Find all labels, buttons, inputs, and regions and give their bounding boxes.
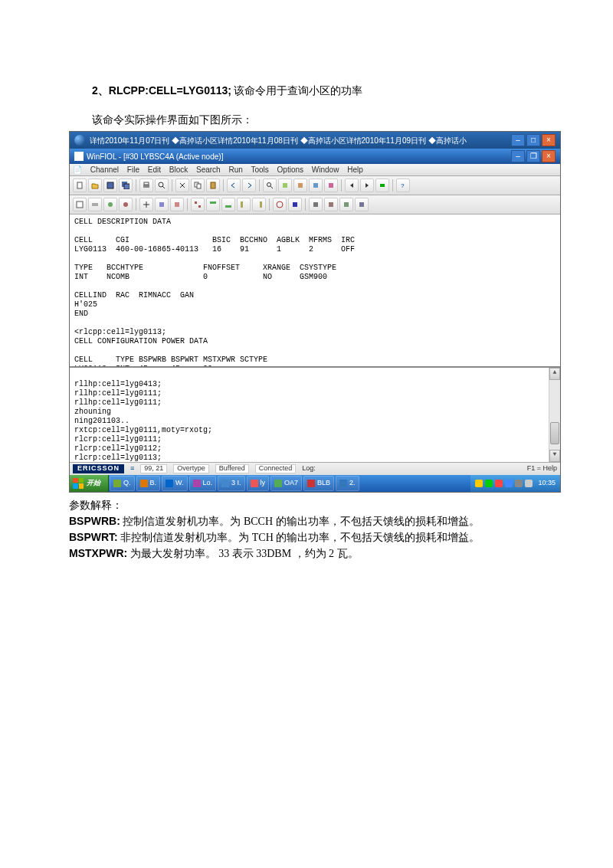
menu-search[interactable]: Search — [196, 165, 221, 174]
taskbar-item[interactable]: 3 I. — [218, 476, 245, 491]
child-minimize-button[interactable]: – — [511, 150, 525, 162]
taskbar-item[interactable]: OA7 — [270, 476, 302, 491]
menu-channel[interactable]: Channel — [90, 165, 119, 174]
tool2-r-icon[interactable] — [355, 198, 369, 211]
svg-rect-36 — [329, 202, 333, 207]
browser-tabs-text: 详情2010年11月07日刊 ◆高掉话小区详情2010年11月08日刊 ◆高掉话… — [90, 136, 467, 145]
tool2-j-icon[interactable] — [221, 198, 235, 211]
history-line: rlcrp:cell=lyg0111; — [74, 435, 162, 444]
tool2-h-icon[interactable] — [191, 198, 205, 211]
start-label: 开始 — [87, 480, 100, 487]
tray-icon[interactable] — [495, 480, 503, 487]
heading-number: 2、 — [92, 84, 109, 97]
tool2-m-icon[interactable] — [273, 198, 287, 211]
tool2-a-icon[interactable] — [73, 198, 87, 211]
run-icon[interactable] — [375, 179, 389, 192]
taskbar-item[interactable]: Lo. — [189, 476, 217, 491]
param-desc: 非控制信道发射机功率。为 TCH 的输出功率，不包括天馈线的损耗和增益。 — [118, 532, 480, 543]
tool2-n-icon[interactable] — [288, 198, 302, 211]
open-icon[interactable] — [88, 179, 102, 192]
tray-icon[interactable] — [525, 480, 533, 487]
child-restore-button[interactable]: ❐ — [526, 150, 540, 162]
param-row: MSTXPWR: 为最大发射功率。 33 表示 33DBM ，约为 2 瓦。 — [69, 545, 544, 562]
menu-help[interactable]: Help — [347, 165, 363, 174]
tool2-k-icon[interactable] — [237, 198, 251, 211]
param-name: BSPWRT: — [69, 531, 118, 543]
svg-line-7 — [162, 186, 165, 188]
menu-tools[interactable]: Tools — [251, 165, 268, 174]
taskbar-item[interactable]: W. — [162, 476, 188, 491]
taskbar-item[interactable]: Q. — [110, 476, 135, 491]
menu-edit[interactable]: Edit — [148, 165, 161, 174]
tool2-c-icon[interactable] — [103, 198, 117, 211]
menu-options[interactable]: Options — [277, 165, 303, 174]
tray-icon[interactable] — [515, 480, 523, 487]
child-close-button[interactable]: × — [542, 150, 556, 162]
undo-icon[interactable] — [227, 179, 241, 192]
run-forward-icon[interactable] — [360, 179, 374, 192]
app-control-icon[interactable]: 📄 — [73, 165, 82, 174]
windows-logo-icon — [73, 478, 84, 489]
help-icon[interactable]: ? — [396, 179, 410, 192]
paste-icon[interactable] — [206, 179, 220, 192]
svg-rect-15 — [283, 183, 287, 188]
tool2-i-icon[interactable] — [206, 198, 220, 211]
tray-icon[interactable] — [485, 480, 493, 487]
tool2-b-icon[interactable] — [88, 198, 102, 211]
svg-point-13 — [267, 183, 271, 187]
find-icon[interactable] — [263, 179, 277, 192]
svg-rect-28 — [198, 205, 201, 208]
tool2-l-icon[interactable] — [252, 198, 266, 211]
menu-block[interactable]: Block — [169, 165, 188, 174]
system-tray: 10:35 — [470, 475, 560, 492]
tool2-d-icon[interactable] — [119, 198, 133, 211]
print-icon[interactable] — [139, 179, 153, 192]
menu-file[interactable]: File — [127, 165, 139, 174]
tool-b-icon[interactable] — [293, 179, 307, 192]
scroll-up-icon[interactable]: ▲ — [549, 368, 560, 380]
window-close-button[interactable]: × — [542, 134, 556, 146]
taskbar-item[interactable]: 2. — [336, 476, 359, 491]
cut-icon[interactable] — [175, 179, 189, 192]
taskbar-item[interactable]: ly — [247, 476, 270, 491]
svg-point-23 — [108, 202, 113, 207]
terminal-input-pane[interactable]: rllhp:cell=lyg0413; rllhp:cell=lyg0111; … — [70, 368, 560, 462]
scroll-down-icon[interactable]: ▼ — [549, 450, 560, 462]
svg-rect-35 — [313, 202, 318, 207]
run-back-icon[interactable] — [345, 179, 359, 192]
taskbar-item[interactable]: BLB — [303, 476, 334, 491]
tray-icon[interactable] — [475, 480, 483, 487]
tool-a-icon[interactable] — [278, 179, 292, 192]
tool2-e-icon[interactable] — [139, 198, 153, 211]
terminal-output-pane[interactable]: CELL DESCRIPTION DATA CELL CGI BSIC BCCH… — [70, 215, 560, 368]
tool2-p-icon[interactable] — [324, 198, 338, 211]
tool2-o-icon[interactable] — [309, 198, 323, 211]
window-maximize-button[interactable]: □ — [526, 134, 540, 146]
param-title: 参数解释： — [69, 497, 544, 513]
save-all-icon[interactable] — [119, 179, 133, 192]
tool-d-icon[interactable] — [324, 179, 338, 192]
tool2-f-icon[interactable] — [155, 198, 169, 211]
redo-icon[interactable] — [242, 179, 256, 192]
menu-window[interactable]: Window — [312, 165, 339, 174]
taskbar-item[interactable]: B. — [136, 476, 161, 491]
window-minimize-button[interactable]: – — [511, 134, 525, 146]
svg-rect-21 — [77, 201, 83, 208]
ie-icon — [74, 135, 85, 146]
tool2-q-icon[interactable] — [339, 198, 353, 211]
tool-c-icon[interactable] — [309, 179, 323, 192]
new-icon[interactable] — [73, 179, 87, 192]
save-icon[interactable] — [103, 179, 117, 192]
status-connected: Connected — [255, 464, 297, 473]
param-row: BSPWRT: 非控制信道发射机功率。为 TCH 的输出功率，不包括天馈线的损耗… — [69, 529, 544, 545]
vertical-scrollbar[interactable]: ▲ ▼ — [549, 368, 560, 462]
svg-rect-30 — [225, 205, 231, 208]
svg-point-33 — [277, 201, 283, 208]
start-button[interactable]: 开始 — [70, 475, 109, 492]
copy-icon[interactable] — [191, 179, 205, 192]
preview-icon[interactable] — [155, 179, 169, 192]
scroll-thumb[interactable] — [550, 422, 559, 444]
menu-run[interactable]: Run — [228, 165, 242, 174]
tool2-g-icon[interactable] — [170, 198, 184, 211]
tray-icon[interactable] — [505, 480, 513, 487]
